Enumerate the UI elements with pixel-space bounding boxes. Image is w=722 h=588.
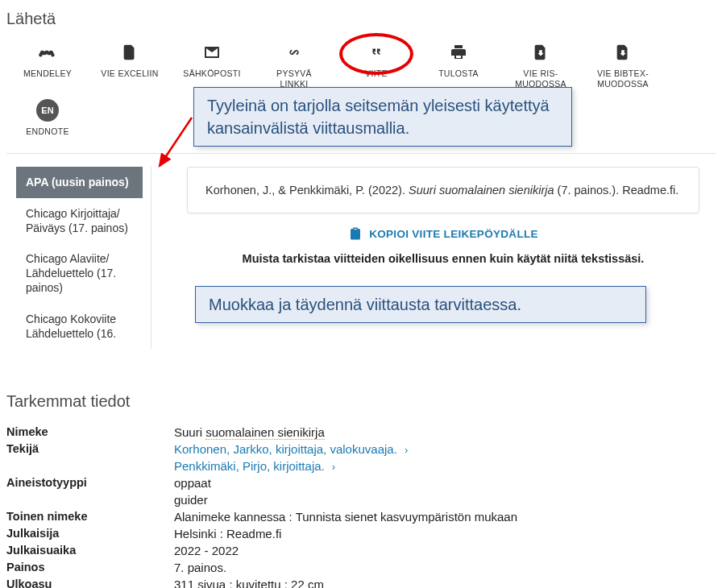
- detail-value-julkaisija: Helsinki : Readme.fi: [174, 527, 716, 540]
- action-label: VIE EXCELIIN: [101, 68, 158, 79]
- mendeley-icon: [36, 41, 59, 64]
- file-export-icon: [118, 41, 141, 64]
- action-endnote[interactable]: EN ENDNOTE: [6, 97, 89, 139]
- print-icon: [447, 41, 470, 64]
- action-label: ENDNOTE: [26, 126, 68, 137]
- action-email[interactable]: SÄHKÖPOSTI: [171, 39, 253, 91]
- detail-label-toinen-nimeke: Toinen nimeke: [6, 510, 174, 524]
- detail-value-ulkoasu: 311 sivua : kuvitettu ; 22 cm: [174, 578, 716, 588]
- clipboard-icon: [348, 226, 363, 241]
- detail-label-tekija: Tekijä: [6, 442, 174, 456]
- detail-value-author1[interactable]: Korhonen, Jarkko, kirjoittaja, valokuvaa…: [174, 442, 716, 456]
- style-apa[interactable]: APA (uusin painos): [16, 167, 143, 197]
- send-section-title: Lähetä: [6, 10, 716, 28]
- endnote-icon: EN: [36, 99, 59, 122]
- citation-text: Korhonen, J., & Penkkimäki, P. (2022). S…: [187, 167, 699, 213]
- detail-label-empty: [6, 459, 174, 473]
- copy-citation-label: KOPIOI VIITE LEIKEPÖYDÄLLE: [369, 228, 538, 240]
- citation-style-list: APA (uusin painos) Chicago Kirjoittaja/ …: [6, 167, 151, 349]
- citation-pre: Korhonen, J., & Penkkimäki, P. (2022).: [205, 184, 409, 197]
- email-icon: [201, 41, 223, 64]
- annotation-callout-styles: Tyyleinä on tarjolla seitsemän yleisesti…: [193, 87, 572, 147]
- detail-value-aineisto2: guider: [174, 493, 716, 507]
- citation-title: Suuri suomalainen sienikirja: [409, 184, 554, 197]
- detail-value-painos: 7. painos.: [174, 561, 716, 574]
- action-permalink[interactable]: PYSYVÄ LINKKI: [253, 39, 335, 91]
- link-icon: [283, 41, 305, 64]
- author2-text: Penkkimäki, Pirjo, kirjoittaja.: [174, 459, 325, 473]
- detail-label-ulkoasu: Ulkoasu: [6, 578, 174, 588]
- detail-label-painos: Painos: [6, 561, 174, 574]
- action-label: VIITE: [365, 68, 388, 79]
- chevron-right-icon: ›: [402, 445, 408, 456]
- author1-text: Korhonen, Jarkko, kirjoittaja, valokuvaa…: [174, 442, 397, 456]
- detail-label-nimeke: Nimeke: [6, 425, 174, 439]
- citation-post: (7. painos.). Readme.fi.: [554, 184, 679, 197]
- detail-value-julkaisuaika: 2022 - 2022: [174, 544, 716, 557]
- detail-label-aineistotyyppi: Aineistotyyppi: [6, 476, 174, 490]
- detail-value-toinen: Alanimeke kannessa : Tunnista sienet kas…: [174, 510, 716, 524]
- action-label: SÄHKÖPOSTI: [183, 68, 240, 79]
- style-chicago-full[interactable]: Chicago Kokoviite Lähdeluettelo (16.: [16, 304, 143, 349]
- detail-title-highlight: suomalainen sienikirja: [205, 425, 325, 440]
- action-cite[interactable]: VIITE: [335, 39, 417, 91]
- style-chicago-footnote[interactable]: Chicago Alaviite/ Lähdeluettelo (17. pai…: [16, 243, 143, 304]
- action-label: MENDELEY: [23, 68, 72, 79]
- chevron-right-icon: ›: [330, 462, 335, 473]
- action-label: VIE BIBTEX- MUODOSSA: [597, 68, 649, 89]
- action-print[interactable]: TULOSTA: [417, 39, 500, 91]
- detail-value-nimeke: Suuri suomalainen sienikirja: [174, 425, 716, 439]
- detail-label-julkaisuaika: Julkaisuaika: [6, 544, 174, 557]
- details-title: Tarkemmat tiedot: [6, 392, 716, 411]
- copy-citation-button[interactable]: KOPIOI VIITE LEIKEPÖYDÄLLE: [348, 226, 538, 241]
- detail-value-aineisto1: oppaat: [174, 476, 716, 490]
- detail-title-pre: Suuri: [174, 425, 205, 439]
- action-label: TULOSTA: [438, 68, 479, 79]
- detail-value-author2[interactable]: Penkkimäki, Pirjo, kirjoittaja. ›: [174, 459, 716, 473]
- file-download-icon: [612, 41, 634, 64]
- action-ris[interactable]: VIE RIS- MUODOSSA: [500, 39, 582, 91]
- action-bibtex[interactable]: VIE BIBTEX- MUODOSSA: [582, 39, 664, 91]
- detail-label-julkaisija: Julkaisija: [6, 527, 174, 540]
- detail-label-empty: [6, 493, 174, 507]
- citation-reminder: Muista tarkistaa viitteiden oikellisuus …: [243, 252, 645, 265]
- details-section: Tarkemmat tiedot Nimeke Suuri suomalaine…: [6, 392, 716, 588]
- annotation-callout-edit: Muokkaa ja täydennä viittausta tarvittae…: [195, 286, 646, 323]
- action-excel[interactable]: VIE EXCELIIN: [89, 39, 171, 91]
- file-download-icon: [529, 41, 552, 64]
- action-mendeley[interactable]: MENDELEY: [6, 39, 89, 91]
- quote-icon: [365, 41, 388, 64]
- style-chicago-author-date[interactable]: Chicago Kirjoittaja/ Päiväys (17. painos…: [16, 198, 143, 243]
- citation-area: APA (uusin painos) Chicago Kirjoittaja/ …: [6, 153, 716, 349]
